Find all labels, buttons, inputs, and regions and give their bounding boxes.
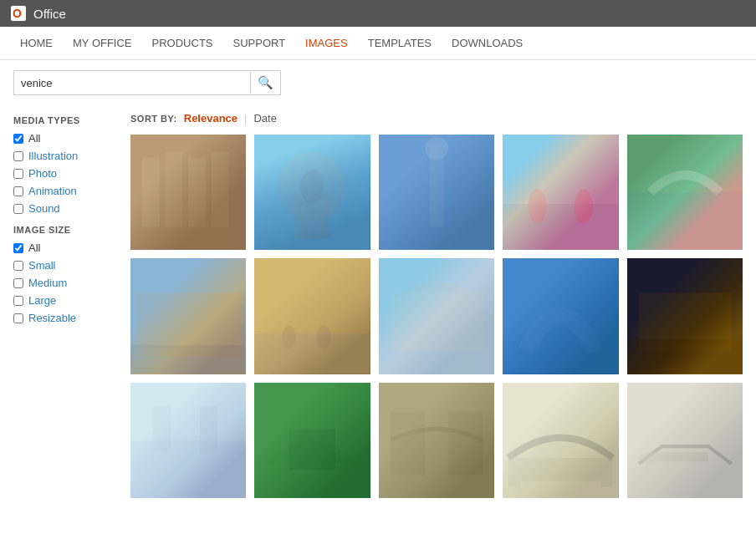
svg-point-25 bbox=[283, 326, 297, 349]
sort-relevance[interactable]: Relevance bbox=[184, 112, 238, 125]
media-types-title: MEDIA TYPES bbox=[13, 115, 117, 125]
svg-rect-15 bbox=[503, 204, 618, 250]
filter-small[interactable]: Small bbox=[13, 259, 117, 272]
filter-large-label: Large bbox=[28, 294, 56, 307]
sort-divider: | bbox=[244, 112, 247, 125]
filter-medium[interactable]: Medium bbox=[13, 277, 117, 289]
image-item-7[interactable] bbox=[254, 258, 370, 374]
filter-photo[interactable]: Photo bbox=[13, 167, 117, 180]
svg-point-16 bbox=[529, 189, 547, 224]
sidebar: MEDIA TYPES All Illustration Photo Anima… bbox=[13, 112, 130, 498]
main-nav: HOME MY OFFICE PRODUCTS SUPPORT IMAGES T… bbox=[0, 27, 756, 60]
sort-label: SORT BY: bbox=[130, 114, 177, 124]
nav-item-products[interactable]: PRODUCTS bbox=[142, 27, 223, 60]
filter-size-all-checkbox[interactable] bbox=[13, 243, 23, 253]
filter-sound-label: Sound bbox=[28, 202, 60, 215]
svg-rect-4 bbox=[166, 152, 183, 227]
filter-sound[interactable]: Sound bbox=[13, 202, 117, 215]
svg-rect-41 bbox=[448, 411, 483, 475]
filter-size-all[interactable]: All bbox=[13, 242, 117, 254]
filter-small-label: Small bbox=[28, 259, 56, 272]
svg-point-10 bbox=[301, 170, 324, 205]
image-grid bbox=[130, 135, 743, 498]
svg-rect-32 bbox=[627, 339, 743, 374]
image-item-6[interactable] bbox=[130, 258, 246, 374]
nav-item-templates[interactable]: TEMPLATES bbox=[358, 27, 442, 60]
image-item-10[interactable] bbox=[627, 258, 743, 374]
results-content: SORT BY: Relevance | Date bbox=[130, 112, 743, 498]
filter-medium-checkbox[interactable] bbox=[13, 278, 23, 288]
image-size-title: IMAGE SIZE bbox=[13, 225, 117, 235]
svg-rect-45 bbox=[601, 458, 613, 487]
filter-photo-checkbox[interactable] bbox=[13, 169, 23, 179]
image-item-13[interactable] bbox=[379, 383, 494, 498]
filter-animation-label: Animation bbox=[28, 185, 77, 197]
app-header: O Office bbox=[0, 0, 756, 27]
svg-rect-28 bbox=[391, 293, 483, 351]
svg-point-13 bbox=[425, 137, 448, 160]
image-item-8[interactable] bbox=[379, 258, 494, 374]
sort-bar: SORT BY: Relevance | Date bbox=[130, 112, 743, 125]
office-logo-icon: O bbox=[10, 5, 27, 22]
svg-rect-6 bbox=[212, 152, 229, 227]
filter-illustration[interactable]: Illustration bbox=[13, 150, 117, 162]
image-item-14[interactable] bbox=[503, 383, 618, 498]
search-icon: 🔍 bbox=[258, 75, 273, 89]
svg-rect-24 bbox=[254, 333, 370, 374]
image-item-11[interactable] bbox=[130, 383, 246, 498]
filter-size-all-label: All bbox=[28, 242, 40, 254]
svg-rect-43 bbox=[520, 458, 601, 481]
filter-sound-checkbox[interactable] bbox=[13, 204, 23, 214]
search-wrapper: 🔍 bbox=[13, 70, 281, 95]
filter-small-checkbox[interactable] bbox=[13, 261, 23, 271]
search-button[interactable]: 🔍 bbox=[250, 72, 280, 94]
filter-resizable[interactable]: Resizable bbox=[13, 312, 117, 324]
image-item-4[interactable] bbox=[503, 135, 618, 250]
nav-item-downloads[interactable]: DOWNLOADS bbox=[442, 27, 533, 60]
image-item-3[interactable] bbox=[379, 135, 494, 250]
svg-rect-3 bbox=[142, 158, 160, 227]
svg-rect-35 bbox=[154, 405, 171, 451]
svg-rect-48 bbox=[662, 452, 707, 461]
image-item-12[interactable] bbox=[254, 383, 370, 498]
svg-rect-36 bbox=[200, 405, 217, 451]
svg-rect-46 bbox=[627, 383, 743, 498]
image-item-9[interactable] bbox=[503, 258, 618, 374]
svg-rect-38 bbox=[289, 429, 335, 469]
nav-item-images[interactable]: IMAGES bbox=[295, 27, 358, 60]
filter-large[interactable]: Large bbox=[13, 294, 117, 307]
filter-all-label: All bbox=[28, 132, 40, 145]
svg-point-26 bbox=[317, 326, 331, 349]
filter-medium-label: Medium bbox=[28, 277, 67, 289]
image-item-1[interactable] bbox=[130, 135, 246, 250]
image-item-5[interactable] bbox=[627, 135, 743, 250]
nav-item-myoffice[interactable]: MY OFFICE bbox=[63, 27, 142, 60]
svg-rect-5 bbox=[188, 158, 206, 227]
search-bar: 🔍 bbox=[0, 60, 756, 105]
svg-point-17 bbox=[575, 189, 593, 224]
svg-rect-19 bbox=[627, 192, 743, 250]
svg-rect-44 bbox=[508, 458, 520, 487]
image-item-15[interactable] bbox=[627, 383, 743, 498]
filter-resizable-checkbox[interactable] bbox=[13, 313, 23, 323]
filter-illustration-label: Illustration bbox=[28, 150, 78, 162]
filter-resizable-label: Resizable bbox=[28, 312, 76, 324]
svg-rect-34 bbox=[130, 440, 246, 498]
filter-all[interactable]: All bbox=[13, 132, 117, 145]
image-item-2[interactable] bbox=[254, 135, 370, 250]
svg-point-47 bbox=[638, 452, 662, 464]
filter-illustration-checkbox[interactable] bbox=[13, 151, 23, 161]
app-title: Office bbox=[33, 7, 66, 21]
filter-animation-checkbox[interactable] bbox=[13, 186, 23, 196]
filter-animation[interactable]: Animation bbox=[13, 185, 117, 197]
search-input[interactable] bbox=[14, 74, 250, 93]
nav-item-support[interactable]: SUPPORT bbox=[223, 27, 296, 60]
filter-all-checkbox[interactable] bbox=[13, 134, 23, 144]
filter-large-checkbox[interactable] bbox=[13, 296, 23, 306]
svg-rect-22 bbox=[130, 345, 246, 374]
main-content: MEDIA TYPES All Illustration Photo Anima… bbox=[0, 105, 756, 505]
nav-item-home[interactable]: HOME bbox=[10, 27, 63, 60]
svg-rect-40 bbox=[391, 411, 426, 475]
sort-date[interactable]: Date bbox=[253, 112, 276, 125]
filter-photo-label: Photo bbox=[28, 167, 57, 180]
